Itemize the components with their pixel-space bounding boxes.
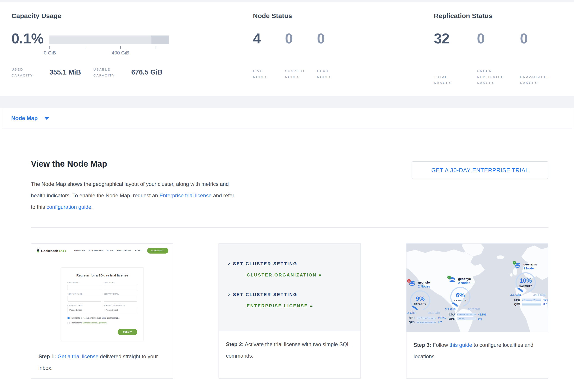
sql-arg-line: ENTERPRISE.LICENSE =: [247, 303, 360, 308]
capacity-percent: 9%: [409, 295, 432, 302]
node-map-dropdown[interactable]: Node Map: [2, 108, 572, 129]
step2-caption: Step 2: Activate the trial license with …: [219, 331, 360, 362]
locality-name: geo=sfo: [418, 281, 430, 284]
form-title: Register for a 30-day trial license: [67, 273, 137, 277]
suspect-nodes-label: SUSPECTNODES: [285, 68, 317, 80]
cpu-sparkline: [457, 313, 476, 316]
node-count: 2 Nodes: [458, 281, 471, 285]
top-strip: [0, 0, 574, 2]
configuration-guide-link[interactable]: configuration guide: [47, 204, 91, 210]
capacity-usage-title: Capacity Usage: [11, 12, 253, 20]
capacity-label: CAPACITY: [449, 299, 472, 302]
brand-name: Cockroach: [41, 249, 58, 253]
page-title: View the Node Map: [31, 159, 249, 169]
replication-status-section: Replication Status 32 0 0 TOTALRANGES UN…: [434, 12, 563, 96]
cpu-value: 42.5%: [478, 313, 486, 316]
under-replicated-label: UNDER- REPLICATED RANGES: [477, 68, 520, 86]
company-email-field: [104, 296, 137, 302]
step1-card: Cockroach LABS PRODUCT CUSTOMERS DOCS RE…: [31, 243, 173, 379]
node-count: 2 Nodes: [418, 285, 430, 288]
download-button: DOWNLOAD: [147, 248, 168, 254]
nav-item: RESOURCES: [117, 250, 131, 252]
nav-item: PRODUCT: [74, 250, 85, 252]
ok-badge-icon: ✓: [447, 276, 451, 279]
total-ranges-label: TOTALRANGES: [434, 74, 477, 86]
capacity-gauge: 9% CAPACITY: [409, 289, 432, 313]
capacity-bar-axis: 0 GiB 400 GiB: [49, 44, 169, 57]
background-band: [0, 96, 574, 108]
capacity-label: CAPACITY: [409, 303, 432, 305]
cpu-sparkline: [417, 317, 436, 319]
capacity-percent: 6%: [449, 292, 472, 299]
intro-paragraph-part: .: [91, 204, 93, 210]
used-capacity-label: USED CAPACITY: [11, 66, 49, 78]
reason-for-interest-select: Please Select: [104, 307, 137, 313]
step3-caption: Step 3: Follow this guide to configure l…: [407, 332, 548, 362]
dead-nodes-count: 0: [317, 32, 349, 45]
sql-arg-line: CLUSTER.ORGANIZATION =: [247, 273, 360, 278]
qps-label: QPS: [514, 303, 522, 306]
submit-button: SUBMIT: [118, 329, 137, 335]
cockroach-bug-icon: [36, 248, 40, 253]
cpu-label: CPU: [409, 317, 417, 320]
form-field: COMPANY EMAIL: [104, 293, 137, 302]
get-trial-license-link[interactable]: Get a trial license: [58, 354, 99, 359]
qps-value: 4.7: [438, 320, 442, 324]
axis-tick: [156, 46, 156, 49]
node-map-preview: 1 geo=sfo 2 Nodes: [407, 244, 548, 332]
capacity-usage-section: Capacity Usage 0.1% 0 GiB 400 GiB: [11, 12, 253, 96]
sql-prompt-line: > SET CLUSTER SETTING: [228, 292, 360, 297]
node-map-promo-section: View the Node Map The Node Map shows the…: [0, 129, 574, 379]
license-agreement-link: Software License Agreement.: [82, 322, 107, 324]
usable-capacity-value: 676.5 GiB: [131, 68, 163, 76]
qps-sparkline: [417, 321, 436, 324]
email-updates-checkbox-row: I would like to receive email updates ab…: [67, 317, 137, 319]
intro-text: View the Node Map The Node Map shows the…: [31, 159, 249, 213]
replication-status-title: Replication Status: [434, 12, 563, 20]
nav-item: CUSTOMERS: [89, 250, 103, 252]
axis-tick: [49, 46, 50, 49]
node-map-dropdown-label: Node Map: [11, 115, 38, 121]
this-guide-link[interactable]: this guide: [450, 342, 472, 348]
axis-tick-label-400: 400 GiB: [112, 50, 129, 56]
capacity-bar-overflow-segment: [151, 36, 169, 44]
brand-suffix: LABS: [59, 249, 67, 252]
first-name-field: [67, 285, 101, 290]
form-field: PROJECT PHASE Please Select: [67, 304, 101, 313]
project-phase-select: Please Select: [67, 307, 101, 313]
cpu-value: 12.3%: [543, 298, 548, 302]
qps-label: QPS: [409, 321, 417, 324]
node-count: 1 Node: [523, 266, 537, 270]
total-ranges-count: 32: [434, 32, 477, 45]
map-node-ams: ✓ geo=ams 1 Node: [514, 262, 548, 306]
capacity-gauge: 6% CAPACITY: [449, 285, 472, 309]
last-name-field: [104, 285, 137, 290]
capacity-label: CAPACITY: [514, 285, 537, 287]
capacity-gauge: 10% CAPACITY: [514, 271, 537, 295]
node-status-title: Node Status: [253, 12, 434, 20]
sql-prompt-line: > SET CLUSTER SETTING: [228, 261, 360, 266]
cpu-value: 11.0%: [438, 316, 446, 320]
capacity-bar: 0 GiB 400 GiB: [49, 36, 169, 57]
checkbox-checked-icon: [67, 317, 69, 319]
get-enterprise-trial-button[interactable]: GET A 30-DAY ENTERPRISE TRIAL: [411, 161, 548, 179]
enterprise-trial-license-link[interactable]: Enterprise trial license: [160, 192, 212, 198]
cpu-label: CPU: [449, 313, 457, 316]
error-badge-icon: 1: [407, 279, 411, 283]
qps-value: 0.0: [478, 317, 482, 320]
live-nodes-label: LIVENODES: [253, 68, 285, 80]
capacity-percent: 0.1%: [11, 32, 45, 57]
nav-item: BLOG: [135, 250, 142, 252]
dead-nodes-label: DEADNODES: [317, 68, 349, 80]
node-status-section: Node Status 4 0 0 LIVENODES SUSPECTNODES…: [253, 12, 434, 96]
axis-tick: [85, 46, 85, 49]
qps-sparkline: [457, 317, 476, 320]
axis-tick-label-0: 0 GiB: [44, 50, 56, 56]
capacity-bar-usable-segment: [49, 36, 151, 44]
site-nav: PRODUCT CUSTOMERS DOCS RESOURCES BLOG DO…: [74, 248, 168, 254]
unavailable-label: UNAVAILABLERANGES: [520, 74, 563, 86]
ok-badge-icon: ✓: [513, 261, 516, 264]
step1-caption: Step 1: Get a trial license delivered st…: [31, 343, 173, 374]
cpu-sparkline: [522, 299, 541, 301]
cockroach-labs-logo: Cockroach LABS: [36, 248, 66, 253]
